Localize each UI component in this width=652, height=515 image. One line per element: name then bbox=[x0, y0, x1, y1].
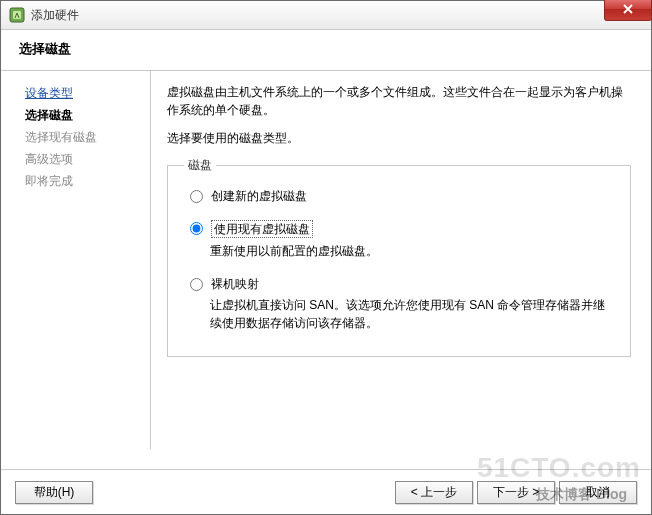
cancel-button[interactable]: 取消 bbox=[559, 481, 637, 504]
app-icon bbox=[9, 7, 25, 23]
step-select-disk: 选择磁盘 bbox=[25, 107, 150, 123]
step-device-type[interactable]: 设备类型 bbox=[25, 85, 150, 101]
step-finish: 即将完成 bbox=[25, 173, 150, 189]
help-button[interactable]: 帮助(H) bbox=[15, 481, 93, 504]
option-use-existing-desc: 重新使用以前配置的虚拟磁盘。 bbox=[210, 242, 614, 260]
option-raw-mapping-label: 裸机映射 bbox=[211, 276, 259, 292]
disk-group-legend: 磁盘 bbox=[184, 157, 216, 174]
radio-create-new[interactable] bbox=[190, 190, 203, 203]
disk-group: 磁盘 创建新的虚拟磁盘 使用现有虚拟磁盘 重新使用以前配置的虚拟磁盘。 裸机映射… bbox=[167, 157, 631, 357]
option-raw-mapping-desc: 让虚拟机直接访问 SAN。该选项允许您使用现有 SAN 命令管理存储器并继续使用… bbox=[210, 296, 614, 332]
wizard-body: 设备类型 选择磁盘 选择现有磁盘 高级选项 即将完成 虚拟磁盘由主机文件系统上的… bbox=[1, 71, 651, 449]
radio-raw-mapping[interactable] bbox=[190, 278, 203, 291]
option-create-new[interactable]: 创建新的虚拟磁盘 bbox=[190, 188, 614, 204]
instruction-text: 选择要使用的磁盘类型。 bbox=[167, 129, 631, 147]
description-text: 虚拟磁盘由主机文件系统上的一个或多个文件组成。这些文件合在一起显示为客户机操作系… bbox=[167, 83, 631, 119]
back-button[interactable]: < 上一步 bbox=[395, 481, 473, 504]
wizard-steps: 设备类型 选择磁盘 选择现有磁盘 高级选项 即将完成 bbox=[1, 71, 151, 449]
step-existing-disk: 选择现有磁盘 bbox=[25, 129, 150, 145]
close-button[interactable] bbox=[604, 0, 652, 21]
next-button[interactable]: 下一步 > bbox=[477, 481, 555, 504]
option-use-existing-label: 使用现有虚拟磁盘 bbox=[211, 220, 313, 238]
page-title: 选择磁盘 bbox=[19, 40, 633, 58]
wizard-footer: 帮助(H) < 上一步 下一步 > 取消 bbox=[1, 469, 651, 514]
step-advanced: 高级选项 bbox=[25, 151, 150, 167]
title-bar: 添加硬件 bbox=[1, 1, 651, 30]
option-raw-mapping[interactable]: 裸机映射 bbox=[190, 276, 614, 292]
wizard-header: 选择磁盘 bbox=[1, 30, 651, 71]
option-use-existing[interactable]: 使用现有虚拟磁盘 bbox=[190, 220, 614, 238]
window-title: 添加硬件 bbox=[31, 7, 79, 24]
option-create-new-label: 创建新的虚拟磁盘 bbox=[211, 188, 307, 204]
wizard-content: 虚拟磁盘由主机文件系统上的一个或多个文件组成。这些文件合在一起显示为客户机操作系… bbox=[151, 71, 651, 449]
radio-use-existing[interactable] bbox=[190, 222, 203, 235]
dialog-window: 添加硬件 选择磁盘 设备类型 选择磁盘 选择现有磁盘 高级选项 即将完成 虚拟磁… bbox=[0, 0, 652, 515]
close-icon bbox=[622, 3, 634, 17]
